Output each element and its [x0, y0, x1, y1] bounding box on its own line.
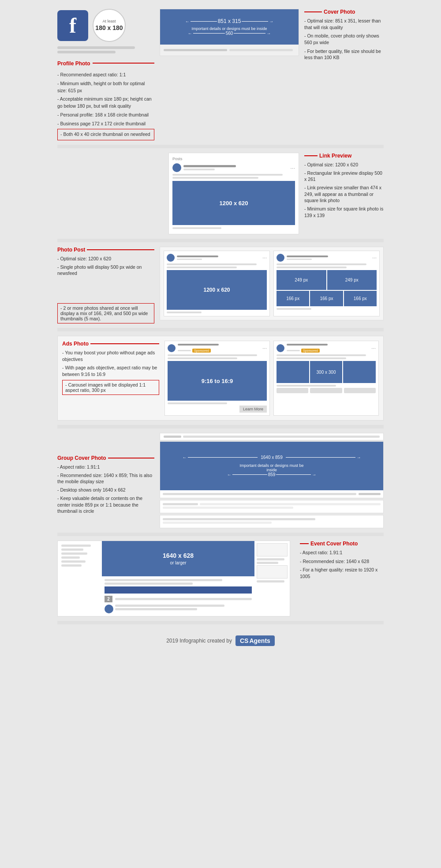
ad-post-wide: Sponsored ··· 9:16 to 16:9 Learn More: [164, 341, 270, 416]
profile-note-3: - Acceptable minimum size 180 px; height…: [57, 96, 154, 110]
group-bottom-strip2: [160, 515, 384, 528]
event-layout: 1640 x 628 or larger 2: [58, 541, 290, 616]
mp-big-1: 249 px: [277, 270, 326, 290]
post-name-line: [183, 165, 236, 167]
sp-name-line: [177, 256, 218, 257]
carousel-sq-center: 300 x 300: [310, 361, 343, 383]
ei-comment-area: [115, 605, 252, 613]
group-bottom-strip1: [160, 500, 384, 513]
lp-note-1: - Optimal size: 1200 x 620: [304, 162, 384, 168]
post-header: ···: [172, 163, 295, 172]
group-top-strip: [160, 433, 384, 440]
ei-footer-row: 2: [105, 596, 252, 602]
ec-note-1: - Aspect ratio: 1.91:1: [300, 549, 384, 556]
profile-highlight-box: - Both 40 x 40 circle thumbnail on newsf…: [57, 129, 154, 140]
post-subline: [183, 169, 215, 170]
profile-text-lines: [57, 46, 154, 53]
es-line6: [61, 564, 82, 567]
event-right-strip: [254, 541, 290, 616]
single-photo-post: ··· 1200 x 620: [164, 251, 270, 316]
divider-1: [57, 145, 384, 148]
event-label-line: [300, 543, 309, 544]
ad2-subline: [287, 350, 300, 351]
ad2-btn-placeholder-1: [277, 388, 308, 393]
pp-note-2: - Single photo will display 500 px wide …: [57, 264, 154, 277]
ei-line2: [105, 582, 193, 585]
group-size-label: 1640 x 859: [261, 455, 283, 460]
cover-size-arrow: ← 851 x 315 →: [185, 18, 274, 24]
profile-label-row: Profile Photo: [57, 57, 154, 69]
photo-post-label-row: Photo Post: [57, 247, 154, 253]
mp-size-249-2: 249 px: [345, 278, 359, 282]
ad2-sponsored: Sponsored: [301, 349, 320, 353]
ad1-bottom-line1: [168, 402, 227, 404]
cover-strip-line2: [229, 49, 293, 51]
lp-note-4: - Minimum size for square link photo is …: [304, 206, 384, 218]
ad2-size-label: 300 x 300: [317, 370, 336, 375]
ad1-image: 9:16 to 16:9: [168, 361, 267, 401]
ads-notes-col: Ads Photo - You may boost your photo wit…: [62, 341, 159, 395]
profile-note-5: - Business page 172 x 172 circle thumbna…: [57, 120, 154, 128]
ad2-sponsored-row: Sponsored: [287, 349, 320, 353]
ad2-btn-placeholder-2: [310, 388, 342, 393]
gc-note-1: - Aspect ratio: 1.91:1: [57, 464, 154, 470]
group-red-line: [108, 458, 154, 458]
link-preview-line: [304, 155, 318, 156]
cover-blue-area: ← 851 x 315 → Important details or desig…: [160, 9, 299, 45]
profile-notes: - Recommended aspect ratio: 1:1 - Minimu…: [57, 71, 154, 140]
post-dots-1: ···: [290, 165, 295, 171]
link-preview-size: 1200 x 620: [219, 200, 248, 207]
ei-comment-line1: [115, 605, 224, 607]
sp-name-area: [177, 256, 260, 260]
gbs-line3: [163, 507, 293, 509]
gcb-line1: [163, 493, 356, 495]
group-strip-line2: [183, 436, 380, 438]
single-post-item: ··· 1200 x 620: [172, 163, 295, 229]
group-notes-col: Group Cover Photo - Aspect ratio: 1.91:1…: [57, 433, 154, 516]
group-cover-mock: ← 1640 x 859 → Important details or desi…: [160, 441, 384, 498]
cover-mock-area: ← 851 x 315 → Important details or desig…: [160, 9, 299, 56]
ads-note-2: - With page ads objective, aspect ratio …: [62, 364, 159, 377]
cs-agents-logo: CS Agents: [235, 635, 275, 646]
ad2-btn-placeholder-3: [344, 388, 376, 393]
sp-subline: [177, 259, 202, 260]
learn-more-btn[interactable]: Learn More: [239, 406, 267, 413]
group-cover-bottom: [160, 490, 383, 498]
mp-name-area: [287, 256, 370, 260]
ad2-dots: ···: [371, 345, 376, 351]
mp-textline-2: [277, 267, 347, 268]
group-inner-label: Important details or designs must be ins…: [239, 463, 305, 472]
cover-photo-label: Cover Photo: [304, 9, 384, 15]
link-preview-label-row: Link Preview: [304, 153, 384, 159]
photo-post-mocks: ··· 1200 x 620: [160, 247, 384, 320]
ad2-name-area: Sponsored: [287, 344, 369, 353]
ei-line1: [105, 579, 222, 581]
ads-label: Ads Photo: [62, 341, 89, 347]
gray-line-1: [57, 46, 135, 49]
profile-circle: At least 180 x 180: [93, 9, 126, 42]
mp-size-166-2: 166 px: [320, 296, 333, 301]
ad2-name-line: [287, 344, 328, 346]
ers-box1: [257, 543, 288, 556]
ad2-textline-1: [277, 354, 366, 356]
profile-note-2: - Minimum width, height or both for opti…: [57, 80, 154, 94]
ec-note-2: - Recommended size: 1640 x 628: [300, 558, 384, 565]
event-mock: 1640 x 628 or larger 2: [57, 541, 290, 616]
event-info-area: 2: [102, 576, 254, 616]
gbs-line1: [163, 503, 198, 505]
sp-textline-2: [167, 267, 237, 268]
es-line5: [61, 560, 86, 563]
sp-dots: ···: [262, 255, 267, 261]
ad2-bottom-line1: [277, 385, 336, 387]
photo-post-line: [87, 249, 154, 250]
sp-image-size: 1200 x 620: [203, 287, 230, 293]
ad2-avatar: [277, 344, 284, 352]
group-strip-line1: [164, 436, 181, 438]
ad1-name-line: [178, 344, 219, 346]
pp-note-1: - Optimal size: 1200 x 620: [57, 256, 154, 262]
gray-line-2: [57, 51, 116, 53]
profile-label: Profile Photo: [57, 60, 90, 67]
cover-note-3: - For better quality, file size should b…: [304, 48, 384, 61]
link-preview-label: Link Preview: [319, 153, 351, 159]
ers-box2: [257, 565, 288, 579]
